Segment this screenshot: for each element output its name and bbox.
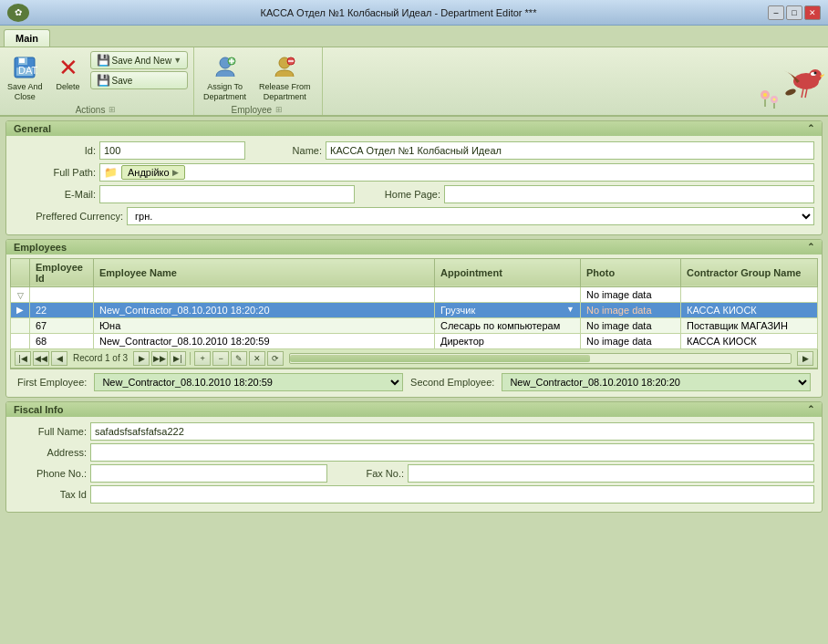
svg-line-18 <box>805 88 807 98</box>
cell-appointment: Слесарь по компьютерам <box>435 317 581 333</box>
th-employee-name[interactable]: Employee Name <box>94 258 435 286</box>
first-employee-select[interactable]: New_Contractor_08.10.2010 18:20:59 <box>94 373 403 391</box>
general-collapse-icon[interactable]: ⌃ <box>807 123 814 133</box>
cell-group: Поставщик МАГАЗИН <box>681 317 818 333</box>
fiscal-fullname-row: Full Name: <box>14 422 814 441</box>
nav-next-all-button[interactable]: ▶▶ <box>151 351 168 366</box>
nav-scrollbar[interactable] <box>289 353 792 364</box>
fiscal-address-input[interactable] <box>90 443 814 462</box>
close-button[interactable]: ✕ <box>804 5 821 20</box>
release-department-button[interactable]: Release FromDepartment <box>255 51 315 104</box>
nav-edit-button[interactable]: ✎ <box>231 351 247 366</box>
fiscal-collapse-icon[interactable]: ⌃ <box>807 404 814 414</box>
minimize-button[interactable]: – <box>768 5 784 20</box>
nav-remove-button[interactable]: − <box>212 351 229 366</box>
fullpath-label: Full Path: <box>14 167 96 178</box>
fiscal-taxid-input[interactable] <box>90 485 814 504</box>
appointment-dropdown[interactable]: ▼ <box>566 305 574 314</box>
fiscal-phone-label: Phone No.: <box>14 468 87 479</box>
general-email-row: E-Mail: Home Page: <box>14 185 814 203</box>
th-contractor-group[interactable]: Contractor Group Name <box>681 258 818 286</box>
cell-id: 67 <box>30 317 94 333</box>
save-close-button[interactable]: DATA Save AndClose <box>4 51 47 104</box>
employees-collapse-icon[interactable]: ⌃ <box>807 242 814 252</box>
table-header-row: Employee Id Employee Name Appointment Ph… <box>11 258 818 286</box>
fiscal-taxid-row: Tax Id <box>14 485 814 504</box>
cell-id: 68 <box>30 333 94 348</box>
svg-line-17 <box>802 88 803 98</box>
email-input[interactable] <box>99 185 355 203</box>
bird-svg <box>756 54 824 109</box>
cell-id <box>30 286 94 302</box>
cell-photo: No image data <box>581 333 681 348</box>
second-employee-select[interactable]: New_Contractor_08.10.2010 18:20:20 <box>502 373 811 391</box>
nav-add-button[interactable]: + <box>194 351 211 366</box>
svg-rect-2 <box>19 58 25 63</box>
save-and-new-button[interactable]: 💾 Save And New ▼ <box>90 51 189 69</box>
employees-section-title: Employees <box>14 242 67 253</box>
dropdown-arrow: ▼ <box>173 56 181 65</box>
tab-main[interactable]: Main <box>4 29 50 47</box>
th-appointment[interactable]: Appointment <box>435 258 581 286</box>
table-row[interactable]: 68 New_Contractor_08.10.2010 18:20:59 Ди… <box>11 333 818 348</box>
nav-prev-button[interactable]: ◀ <box>51 351 67 366</box>
actions-expand-icon[interactable]: ⊞ <box>109 105 116 114</box>
nav-prev-all-button[interactable]: ◀◀ <box>33 351 49 366</box>
th-employee-id[interactable]: Employee Id <box>30 258 94 286</box>
fiscal-fullname-input[interactable] <box>90 422 814 441</box>
nav-scrollbar-thumb <box>290 355 590 362</box>
nav-scroll-right[interactable]: ▶ <box>797 351 813 366</box>
delete-button[interactable]: ✕ Delete <box>50 51 87 104</box>
nav-cancel-button[interactable]: ✕ <box>249 351 265 366</box>
path-item[interactable]: Андрійко ▶ <box>121 165 185 180</box>
svg-point-13 <box>809 69 822 82</box>
nav-refresh-button[interactable]: ⟳ <box>267 351 284 366</box>
cell-name: Юна <box>94 317 435 333</box>
cell-photo: No image data <box>581 286 681 302</box>
id-input[interactable] <box>99 141 245 160</box>
cell-group: КАССА КИОСК <box>681 302 818 317</box>
nav-first-button[interactable]: |◀ <box>15 351 31 366</box>
nav-last-button[interactable]: ▶| <box>170 351 186 366</box>
table-row[interactable]: ▽ No image data <box>11 286 818 302</box>
general-fullpath-row: Full Path: 📁 Андрійко ▶ <box>14 163 814 182</box>
fiscal-section-header[interactable]: Fiscal Info ⌃ <box>6 402 822 417</box>
save-and-new-label: Save And New <box>112 56 172 66</box>
svg-text:DATA: DATA <box>18 65 37 76</box>
fiscal-phone-input[interactable] <box>90 464 327 483</box>
save-group: 💾 Save And New ▼ 💾 Save <box>90 51 189 104</box>
table-row[interactable]: ▶ 22 New_Contractor_08.10.2010 18:20:20 … <box>11 302 818 317</box>
cell-photo: No image data <box>581 317 681 333</box>
row-indicator: ▽ <box>11 286 30 302</box>
employee-expand-icon[interactable]: ⊞ <box>275 105 283 114</box>
path-folder-icon: 📁 <box>104 166 118 179</box>
delete-icon: ✕ <box>54 53 83 82</box>
cell-name: New_Contractor_08.10.2010 18:20:20 <box>94 302 435 317</box>
nav-next-button[interactable]: ▶ <box>133 351 150 366</box>
save-button[interactable]: 💾 Save <box>90 71 189 89</box>
currency-select[interactable]: грн. <box>127 207 814 225</box>
general-section-title: General <box>14 123 51 134</box>
cell-id: 22 <box>30 302 94 317</box>
name-input[interactable] <box>326 141 814 160</box>
save-label: Save <box>112 76 133 86</box>
assign-department-button[interactable]: Assign ToDepartment <box>200 51 250 104</box>
maximize-button[interactable]: □ <box>786 5 802 20</box>
nav-separator <box>190 352 191 365</box>
cell-group <box>681 286 818 302</box>
employee-group-footer: Employee ⊞ <box>200 105 315 115</box>
th-photo[interactable]: Photo <box>581 258 681 286</box>
table-row[interactable]: 67 Юна Слесарь по компьютерам No image d… <box>11 317 818 333</box>
th-indicator <box>11 258 30 286</box>
general-section-header[interactable]: General ⌃ <box>6 121 822 136</box>
bird-decoration <box>752 47 828 115</box>
employee-selects-row: First Employee: New_Contractor_08.10.201… <box>10 369 818 395</box>
fiscal-fax-input[interactable] <box>408 464 814 483</box>
homepage-input[interactable] <box>444 185 814 203</box>
employees-section-header[interactable]: Employees ⌃ <box>6 240 822 254</box>
fullpath-field[interactable]: 📁 Андрійко ▶ <box>99 163 814 182</box>
path-arrow: ▶ <box>172 168 179 177</box>
title-bar-text: КАССА Отдел №1 Колбасный Идеал - Departm… <box>29 7 768 18</box>
fiscal-section-content: Full Name: Address: Phone No.: Fax No.: … <box>6 417 822 512</box>
nav-record-text: Record 1 of 3 <box>73 353 128 363</box>
